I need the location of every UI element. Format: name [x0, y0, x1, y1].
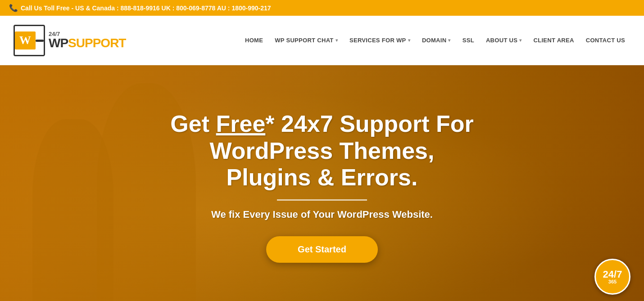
nav-client-area[interactable]: CLIENT AREA	[528, 33, 580, 47]
phone-icon: 📞	[9, 4, 18, 12]
get-started-button[interactable]: Get Started	[266, 236, 378, 263]
hero-title-free: Free	[216, 111, 265, 137]
hero-subtitle: We fix Every Issue of Your WordPress Web…	[128, 209, 516, 220]
hero-section: Get Free* 24x7 Support For WordPress The…	[0, 65, 644, 301]
chevron-down-icon: ▾	[408, 38, 410, 43]
logo-support: SUPPORT	[68, 36, 126, 50]
hero-title-part3: Plugins & Errors.	[227, 164, 418, 190]
nav-domain[interactable]: DOMAIN ▾	[417, 33, 456, 47]
chevron-down-icon: ▾	[448, 38, 450, 43]
logo-w-box: W	[15, 31, 36, 49]
chevron-down-icon: ▾	[519, 38, 522, 43]
nav-services-for-wp[interactable]: SERVICES FOR WP ▾	[344, 33, 416, 47]
badge-top-text: 24/7	[603, 270, 622, 279]
main-nav: HOME WP SUPPORT CHAT ▾ SERVICES FOR WP ▾…	[240, 33, 630, 47]
nav-home[interactable]: HOME	[240, 33, 268, 47]
nav-about-us[interactable]: ABOUT US ▾	[481, 33, 527, 47]
logo-icon-box: W	[14, 25, 45, 56]
hero-divider	[277, 199, 367, 201]
top-bar: 📞 Call Us Toll Free - US & Canada : 888-…	[0, 0, 644, 16]
header: W 24/7 WPSUPPORT HOME WP SUPPORT CHAT ▾ …	[0, 16, 644, 65]
hero-title: Get Free* 24x7 Support For WordPress The…	[128, 111, 516, 191]
logo[interactable]: W 24/7 WPSUPPORT	[14, 25, 126, 56]
logo-name-line: WPSUPPORT	[49, 37, 126, 49]
logo-w-letter: W	[19, 34, 31, 47]
hero-content: Get Free* 24x7 Support For WordPress The…	[119, 111, 525, 263]
logo-wp: WP	[49, 36, 68, 50]
badge-bottom-text: 365	[608, 279, 617, 284]
hero-title-part1: Get	[170, 111, 216, 137]
logo-text: 24/7 WPSUPPORT	[49, 31, 126, 49]
top-bar-text: Call Us Toll Free - US & Canada : 888-81…	[21, 4, 271, 12]
hero-title-asterisk: *	[265, 111, 274, 137]
badge-247-365: 24/7 365	[594, 259, 630, 295]
nav-wp-support-chat[interactable]: WP SUPPORT CHAT ▾	[269, 33, 343, 47]
nav-ssl[interactable]: SSL	[457, 33, 480, 47]
chevron-down-icon: ▾	[336, 38, 338, 43]
nav-contact-us[interactable]: CONTACT US	[581, 33, 630, 47]
